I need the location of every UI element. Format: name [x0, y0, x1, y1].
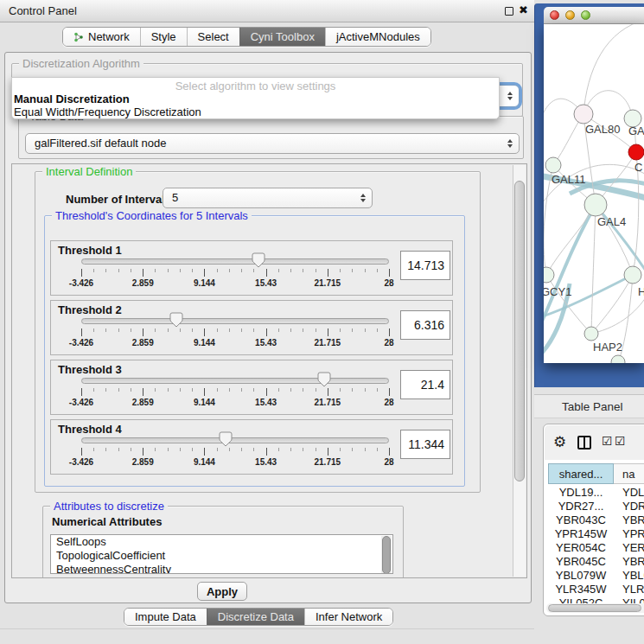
list-item[interactable]: TopologicalCoefficient: [51, 549, 392, 563]
window-minimize-icon[interactable]: [565, 10, 575, 20]
cell-name[interactable]: YBL0: [614, 569, 644, 583]
slider-ticks: [81, 328, 390, 336]
tab-cyni-toolbox[interactable]: Cyni Toolbox: [239, 28, 325, 46]
network-node[interactable]: [545, 157, 561, 173]
window-zoom-icon[interactable]: [581, 10, 590, 20]
attributes-group: Attributes to discretize Numerical Attri…: [42, 506, 404, 578]
network-node[interactable]: [628, 144, 644, 160]
slider-track[interactable]: [81, 378, 389, 384]
toolbox-tabs: NetworkStyleSelectCyni ToolboxjActiveMNo…: [62, 27, 431, 47]
slider-thumb-icon[interactable]: [317, 372, 331, 387]
tab-select[interactable]: Select: [187, 28, 239, 46]
combo-stepper-icon: [507, 92, 513, 100]
tab-label: Impute Data: [135, 610, 196, 623]
cell-shared-name[interactable]: YPR145W: [548, 527, 614, 541]
table-row[interactable]: YER054CYER0: [548, 541, 644, 555]
cyni-toolbox-panel: Discretization Algorithm Select algorith…: [4, 52, 532, 603]
settings-scroll-panel: Interval Definition Number of Intervals …: [11, 163, 527, 578]
threshold-value-field[interactable]: 14.713: [400, 251, 450, 280]
threshold-value-field[interactable]: 11.344: [400, 430, 450, 459]
gear-icon[interactable]: ⚙: [553, 433, 566, 450]
column-header-shared-name[interactable]: shared...: [548, 463, 614, 484]
slider-thumb-icon[interactable]: [219, 431, 233, 447]
group-title: Attributes to discretize: [50, 500, 168, 513]
checkbox-icon[interactable]: ☑: [602, 434, 613, 448]
slider-thumb-icon[interactable]: [169, 312, 183, 328]
tab-infer-network[interactable]: Infer Network: [304, 609, 392, 625]
network-node[interactable]: [584, 327, 598, 341]
table-row[interactable]: YDL19...YDL1: [548, 486, 644, 500]
apply-button[interactable]: Apply: [197, 582, 247, 601]
cell-name[interactable]: YDL1: [614, 486, 644, 500]
cell-name[interactable]: YER0: [614, 541, 644, 555]
column-header-name[interactable]: na: [614, 463, 644, 484]
cell-shared-name[interactable]: YER054C: [548, 541, 614, 555]
tab-jactivemnodules[interactable]: jActiveMNodules: [325, 28, 430, 46]
network-node[interactable]: [584, 194, 607, 216]
cell-name[interactable]: YBR0: [614, 555, 644, 569]
tick-label: -3.426: [69, 457, 93, 467]
cell-name[interactable]: YPR1: [614, 527, 644, 541]
cell-shared-name[interactable]: YBR045C: [548, 555, 614, 569]
cell-shared-name[interactable]: YDL19...: [548, 486, 614, 500]
table-row[interactable]: YBR043CYBR0: [548, 513, 644, 527]
threshold-value-field[interactable]: 6.316: [400, 310, 450, 340]
dropdown-option-manual-discretization[interactable]: Manual Discretization: [14, 92, 499, 105]
screenshot-root: Control Panel ✖ NetworkStyleSelectCyni T…: [0, 0, 644, 644]
close-icon[interactable]: ✖: [519, 3, 528, 16]
scrollbar-thumb[interactable]: [514, 181, 525, 481]
threshold-label: Threshold 1: [58, 244, 122, 257]
threshold-value-field[interactable]: 21.4: [400, 370, 450, 399]
network-node[interactable]: [624, 266, 641, 284]
table-row[interactable]: YBR045CYBR0: [548, 555, 644, 569]
table-row[interactable]: YIL052CYIL0: [548, 596, 644, 603]
list-scrollbar[interactable]: [381, 536, 392, 574]
cell-name[interactable]: YLR3: [614, 583, 644, 596]
group-title: Discretization Algorithm: [19, 57, 143, 70]
network-node[interactable]: [611, 355, 625, 363]
table-horizontal-scrollbar[interactable]: [546, 603, 644, 613]
cell-shared-name[interactable]: YLR345W: [548, 583, 614, 596]
scrollbar-thumb[interactable]: [548, 604, 641, 612]
panel-vertical-scrollbar[interactable]: [513, 165, 526, 577]
tab-style[interactable]: Style: [140, 28, 187, 46]
node-label: HAP2: [593, 341, 622, 354]
cell-name[interactable]: YBR0: [614, 513, 644, 527]
network-window-titlebar[interactable]: [544, 7, 644, 24]
cell-shared-name[interactable]: YBL079W: [548, 569, 614, 583]
float-panel-icon[interactable]: [505, 7, 513, 16]
tab-discretize-data[interactable]: Discretize Data: [207, 609, 304, 625]
cell-name[interactable]: YIL0: [614, 596, 644, 603]
slider-track[interactable]: [81, 318, 389, 324]
tab-network[interactable]: Network: [63, 28, 140, 46]
split-view-icon[interactable]: [577, 436, 591, 450]
number-of-intervals-combobox[interactable]: 5: [163, 188, 373, 208]
slider-thumb-icon[interactable]: [252, 252, 265, 268]
cell-shared-name[interactable]: YIL052C: [548, 596, 614, 603]
table-panel-title: Table Panel: [562, 400, 623, 413]
table-row[interactable]: YBL079WYBL0: [548, 569, 644, 583]
slider-track[interactable]: [81, 258, 389, 265]
table-row[interactable]: YPR145WYPR1: [548, 527, 644, 541]
dropdown-option-equal-width-frequency[interactable]: Equal Width/Frequency Discretization: [14, 105, 499, 118]
cell-name[interactable]: YDR2: [614, 500, 644, 513]
table-panel-bar: Table Panel: [534, 394, 644, 418]
window-close-icon[interactable]: [550, 10, 559, 20]
slider-track[interactable]: [81, 437, 389, 443]
numerical-attributes-list[interactable]: SelfLoopsTopologicalCoefficientBetweenne…: [50, 534, 393, 574]
checkbox-icon[interactable]: ☑: [615, 434, 626, 448]
network-node[interactable]: [574, 105, 593, 124]
table-row[interactable]: YLR345WYLR3: [548, 583, 644, 596]
tick-label: 15.43: [255, 338, 277, 348]
table-row[interactable]: YDR27...YDR2: [548, 500, 644, 513]
table-data-combobox[interactable]: galFiltered.sif default node: [25, 133, 520, 154]
cell-shared-name[interactable]: YBR043C: [548, 513, 614, 527]
list-item[interactable]: BetweennessCentrality: [51, 563, 392, 574]
cell-shared-name[interactable]: YDR27...: [548, 500, 614, 513]
tick-label: 2.859: [132, 338, 154, 348]
tab-impute-data[interactable]: Impute Data: [124, 609, 207, 625]
network-node[interactable]: [544, 267, 554, 283]
list-item[interactable]: SelfLoops: [51, 535, 392, 549]
tick-label: -3.426: [69, 338, 93, 348]
network-canvas[interactable]: GAL80GACGAL11GAL4GCY1HHAP2: [544, 24, 644, 363]
